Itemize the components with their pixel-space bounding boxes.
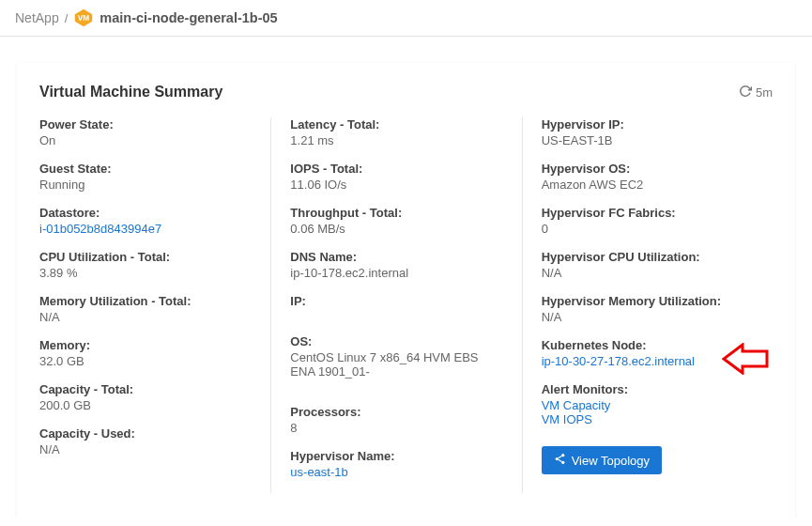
label-memory: Memory:	[39, 338, 252, 352]
field-capacity-total: Capacity - Total: 200.0 GB	[39, 382, 252, 412]
value-hypervisor-fc-fabrics: 0	[542, 222, 754, 236]
field-hypervisor-ip: Hypervisor IP: US-EAST-1B	[542, 117, 754, 147]
field-throughput: Throughput - Total: 0.06 MB/s	[290, 206, 502, 236]
label-capacity-used: Capacity - Used:	[39, 426, 252, 441]
field-power-state: Power State: On	[39, 117, 252, 147]
field-hypervisor-cpu-utilization: Hypervisor CPU Utilization: N/A	[542, 250, 754, 280]
value-hypervisor-os: Amazon AWS EC2	[542, 178, 754, 192]
breadcrumb-separator: /	[65, 11, 69, 25]
refresh-icon	[739, 85, 752, 101]
label-hypervisor-fc-fabrics: Hypervisor FC Fabrics:	[542, 206, 754, 220]
view-topology-button[interactable]: View Topology	[542, 446, 662, 474]
breadcrumb: NetApp / VM main-ci-node-general-1b-05	[0, 0, 812, 37]
field-cpu-utilization: CPU Utilization - Total: 3.89 %	[39, 250, 252, 280]
value-latency: 1.21 ms	[290, 133, 502, 147]
refresh-button[interactable]: 5m	[739, 85, 773, 101]
value-hypervisor-cpu-utilization: N/A	[542, 266, 754, 280]
label-hypervisor-cpu-utilization: Hypervisor CPU Utilization:	[542, 250, 754, 264]
field-kubernetes-node: Kubernetes Node: ip-10-30-27-178.ec2.int…	[542, 338, 754, 368]
page-title: main-ci-node-general-1b-05	[100, 10, 277, 25]
value-power-state: On	[39, 133, 252, 147]
field-hypervisor-memory-utilization: Hypervisor Memory Utilization: N/A	[542, 294, 754, 324]
field-processors: Processors: 8	[290, 405, 502, 435]
field-latency: Latency - Total: 1.21 ms	[290, 117, 502, 147]
field-hypervisor-fc-fabrics: Hypervisor FC Fabrics: 0	[542, 206, 754, 236]
label-power-state: Power State:	[39, 117, 252, 132]
value-hypervisor-ip: US-EAST-1B	[542, 133, 754, 147]
svg-line-5	[558, 456, 561, 458]
value-iops: 11.06 IO/s	[290, 178, 502, 192]
label-hypervisor-memory-utilization: Hypervisor Memory Utilization:	[542, 294, 754, 308]
field-memory-utilization: Memory Utilization - Total: N/A	[39, 294, 252, 324]
svg-line-6	[558, 459, 561, 461]
label-hypervisor-ip: Hypervisor IP:	[542, 117, 754, 132]
label-cpu-utilization: CPU Utilization - Total:	[39, 250, 252, 264]
summary-column-3: Hypervisor IP: US-EAST-1B Hypervisor OS:…	[522, 117, 773, 493]
label-os: OS:	[290, 334, 502, 348]
value-memory: 32.0 GB	[39, 354, 252, 368]
label-hypervisor-name: Hypervisor Name:	[290, 449, 502, 463]
value-throughput: 0.06 MB/s	[290, 222, 502, 236]
value-capacity-total: 200.0 GB	[39, 398, 252, 412]
value-memory-utilization: N/A	[39, 310, 252, 324]
share-icon	[554, 453, 566, 468]
field-os: OS: CentOS Linux 7 x86_64 HVM EBS ENA 19…	[290, 334, 502, 379]
card-title: Virtual Machine Summary	[39, 84, 222, 101]
link-hypervisor-name[interactable]: us-east-1b	[290, 465, 502, 479]
label-latency: Latency - Total:	[290, 117, 502, 132]
label-memory-utilization: Memory Utilization - Total:	[39, 294, 252, 308]
field-dns-name: DNS Name: ip-10-178.ec2.internal	[290, 250, 502, 280]
value-capacity-used: N/A	[39, 442, 252, 456]
link-vm-capacity[interactable]: VM Capacity	[542, 398, 754, 412]
label-dns-name: DNS Name:	[290, 250, 502, 264]
link-datastore[interactable]: i-01b052b8d843994e7	[39, 222, 252, 236]
view-topology-label: View Topology	[572, 454, 650, 468]
label-iops: IOPS - Total:	[290, 162, 502, 176]
label-hypervisor-os: Hypervisor OS:	[542, 162, 754, 176]
summary-column-1: Power State: On Guest State: Running Dat…	[39, 117, 270, 493]
label-ip: IP:	[290, 294, 502, 308]
label-kubernetes-node: Kubernetes Node:	[542, 338, 754, 352]
breadcrumb-root[interactable]: NetApp	[15, 10, 59, 25]
svg-point-3	[555, 457, 558, 460]
svg-text:VM: VM	[78, 14, 90, 23]
summary-column-2: Latency - Total: 1.21 ms IOPS - Total: 1…	[270, 117, 521, 493]
vm-summary-card: Virtual Machine Summary 5m Power State: …	[17, 63, 795, 518]
field-hypervisor-name: Hypervisor Name: us-east-1b	[290, 449, 502, 479]
field-iops: IOPS - Total: 11.06 IO/s	[290, 162, 502, 192]
label-alert-monitors: Alert Monitors:	[542, 382, 754, 396]
value-dns-name: ip-10-178.ec2.internal	[290, 266, 502, 280]
label-guest-state: Guest State:	[39, 162, 252, 176]
field-capacity-used: Capacity - Used: N/A	[39, 426, 252, 456]
value-cpu-utilization: 3.89 %	[39, 266, 252, 280]
label-throughput: Throughput - Total:	[290, 206, 502, 220]
label-capacity-total: Capacity - Total:	[39, 382, 252, 396]
vm-icon: VM	[73, 8, 94, 28]
svg-point-2	[561, 454, 564, 456]
label-processors: Processors:	[290, 405, 502, 419]
field-guest-state: Guest State: Running	[39, 162, 252, 192]
field-hypervisor-os: Hypervisor OS: Amazon AWS EC2	[542, 162, 754, 192]
field-memory: Memory: 32.0 GB	[39, 338, 252, 368]
refresh-age: 5m	[756, 85, 773, 100]
field-datastore: Datastore: i-01b052b8d843994e7	[39, 206, 252, 236]
value-hypervisor-memory-utilization: N/A	[542, 310, 754, 324]
value-processors: 8	[290, 421, 502, 435]
value-guest-state: Running	[39, 178, 252, 192]
field-alert-monitors: Alert Monitors: VM Capacity VM IOPS	[542, 382, 754, 426]
link-vm-iops[interactable]: VM IOPS	[542, 412, 754, 426]
value-os: CentOS Linux 7 x86_64 HVM EBS ENA 1901_0…	[290, 350, 502, 379]
link-kubernetes-node[interactable]: ip-10-30-27-178.ec2.internal	[542, 354, 754, 368]
field-ip: IP:	[290, 294, 502, 308]
label-datastore: Datastore:	[39, 206, 252, 220]
svg-point-4	[561, 461, 564, 464]
